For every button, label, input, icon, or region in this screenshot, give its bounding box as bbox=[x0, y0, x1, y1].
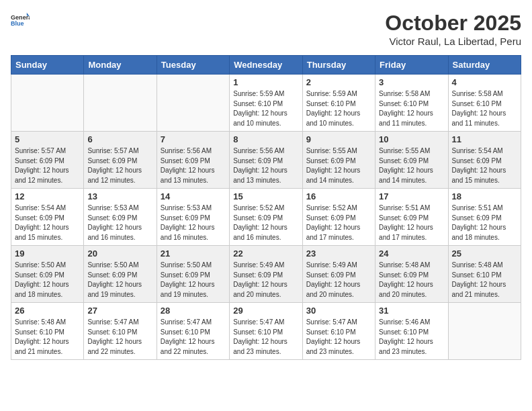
day-info: Sunrise: 5:56 AM Sunset: 6:09 PM Dayligh… bbox=[161, 146, 226, 185]
day-info: Sunrise: 5:54 AM Sunset: 6:09 PM Dayligh… bbox=[15, 203, 80, 242]
calendar-cell: 18Sunrise: 5:51 AM Sunset: 6:09 PM Dayli… bbox=[448, 189, 521, 246]
calendar-week-row: 12Sunrise: 5:54 AM Sunset: 6:09 PM Dayli… bbox=[11, 189, 521, 246]
day-info: Sunrise: 5:55 AM Sunset: 6:09 PM Dayligh… bbox=[379, 146, 444, 185]
calendar-week-row: 5Sunrise: 5:57 AM Sunset: 6:09 PM Daylig… bbox=[11, 132, 521, 189]
day-number: 15 bbox=[233, 191, 298, 201]
calendar-cell: 30Sunrise: 5:47 AM Sunset: 6:10 PM Dayli… bbox=[302, 303, 375, 360]
calendar-cell: 12Sunrise: 5:54 AM Sunset: 6:09 PM Dayli… bbox=[11, 189, 84, 246]
calendar-cell: 17Sunrise: 5:51 AM Sunset: 6:09 PM Dayli… bbox=[375, 189, 448, 246]
day-info: Sunrise: 5:49 AM Sunset: 6:09 PM Dayligh… bbox=[233, 261, 298, 300]
calendar-cell bbox=[448, 303, 521, 360]
day-info: Sunrise: 5:55 AM Sunset: 6:09 PM Dayligh… bbox=[306, 146, 371, 185]
logo: General Blue bbox=[11, 11, 30, 30]
calendar-cell: 1Sunrise: 5:59 AM Sunset: 6:10 PM Daylig… bbox=[230, 75, 302, 132]
day-info: Sunrise: 5:46 AM Sunset: 6:10 PM Dayligh… bbox=[379, 318, 444, 357]
day-info: Sunrise: 5:58 AM Sunset: 6:10 PM Dayligh… bbox=[379, 89, 444, 128]
calendar-header-row: SundayMondayTuesdayWednesdayThursdayFrid… bbox=[11, 56, 521, 75]
calendar-cell: 28Sunrise: 5:47 AM Sunset: 6:10 PM Dayli… bbox=[157, 303, 229, 360]
calendar-cell: 19Sunrise: 5:50 AM Sunset: 6:09 PM Dayli… bbox=[11, 246, 84, 303]
day-number: 27 bbox=[87, 306, 152, 316]
day-number: 31 bbox=[379, 306, 444, 316]
header-sunday: Sunday bbox=[11, 56, 84, 75]
calendar-cell: 22Sunrise: 5:49 AM Sunset: 6:09 PM Dayli… bbox=[230, 246, 302, 303]
calendar-cell: 13Sunrise: 5:53 AM Sunset: 6:09 PM Dayli… bbox=[84, 189, 157, 246]
calendar-cell: 26Sunrise: 5:48 AM Sunset: 6:10 PM Dayli… bbox=[11, 303, 84, 360]
day-number: 28 bbox=[161, 306, 226, 316]
day-info: Sunrise: 5:52 AM Sunset: 6:09 PM Dayligh… bbox=[233, 203, 298, 242]
day-number: 7 bbox=[161, 134, 226, 144]
day-info: Sunrise: 5:51 AM Sunset: 6:09 PM Dayligh… bbox=[452, 203, 517, 242]
calendar-cell: 10Sunrise: 5:55 AM Sunset: 6:09 PM Dayli… bbox=[375, 132, 448, 189]
svg-text:Blue: Blue bbox=[11, 20, 24, 27]
calendar-cell: 8Sunrise: 5:56 AM Sunset: 6:09 PM Daylig… bbox=[230, 132, 302, 189]
calendar-cell: 9Sunrise: 5:55 AM Sunset: 6:09 PM Daylig… bbox=[302, 132, 375, 189]
day-number: 16 bbox=[306, 191, 371, 201]
header-saturday: Saturday bbox=[448, 56, 521, 75]
calendar-cell: 23Sunrise: 5:49 AM Sunset: 6:09 PM Dayli… bbox=[302, 246, 375, 303]
day-number: 22 bbox=[233, 248, 298, 259]
day-number: 1 bbox=[233, 77, 298, 87]
calendar-cell bbox=[84, 75, 157, 132]
logo-icon: General Blue bbox=[11, 11, 30, 30]
day-info: Sunrise: 5:47 AM Sunset: 6:10 PM Dayligh… bbox=[87, 318, 152, 357]
day-info: Sunrise: 5:53 AM Sunset: 6:09 PM Dayligh… bbox=[87, 203, 152, 242]
day-number: 17 bbox=[379, 191, 444, 201]
day-info: Sunrise: 5:47 AM Sunset: 6:10 PM Dayligh… bbox=[233, 318, 298, 357]
day-number: 18 bbox=[452, 191, 517, 201]
calendar-cell: 14Sunrise: 5:53 AM Sunset: 6:09 PM Dayli… bbox=[157, 189, 229, 246]
day-number: 2 bbox=[306, 77, 371, 87]
main-title: October 2025 bbox=[385, 11, 521, 36]
day-number: 26 bbox=[15, 306, 80, 316]
calendar-cell: 7Sunrise: 5:56 AM Sunset: 6:09 PM Daylig… bbox=[157, 132, 229, 189]
calendar-cell: 2Sunrise: 5:59 AM Sunset: 6:10 PM Daylig… bbox=[302, 75, 375, 132]
day-number: 5 bbox=[15, 134, 80, 144]
calendar-week-row: 1Sunrise: 5:59 AM Sunset: 6:10 PM Daylig… bbox=[11, 75, 521, 132]
day-info: Sunrise: 5:48 AM Sunset: 6:09 PM Dayligh… bbox=[379, 261, 444, 300]
calendar-cell: 5Sunrise: 5:57 AM Sunset: 6:09 PM Daylig… bbox=[11, 132, 84, 189]
header-monday: Monday bbox=[84, 56, 157, 75]
day-info: Sunrise: 5:47 AM Sunset: 6:10 PM Dayligh… bbox=[161, 318, 226, 357]
header-thursday: Thursday bbox=[302, 56, 375, 75]
subtitle: Victor Raul, La Libertad, Peru bbox=[385, 36, 521, 47]
day-number: 25 bbox=[452, 248, 517, 259]
calendar-cell: 3Sunrise: 5:58 AM Sunset: 6:10 PM Daylig… bbox=[375, 75, 448, 132]
day-number: 4 bbox=[452, 77, 517, 87]
calendar-cell: 21Sunrise: 5:50 AM Sunset: 6:09 PM Dayli… bbox=[157, 246, 229, 303]
day-number: 10 bbox=[379, 134, 444, 144]
day-number: 3 bbox=[379, 77, 444, 87]
day-number: 29 bbox=[233, 306, 298, 316]
day-number: 9 bbox=[306, 134, 371, 144]
day-info: Sunrise: 5:59 AM Sunset: 6:10 PM Dayligh… bbox=[306, 89, 371, 128]
day-number: 30 bbox=[306, 306, 371, 316]
day-info: Sunrise: 5:50 AM Sunset: 6:09 PM Dayligh… bbox=[87, 261, 152, 300]
day-info: Sunrise: 5:57 AM Sunset: 6:09 PM Dayligh… bbox=[15, 146, 80, 185]
calendar-week-row: 26Sunrise: 5:48 AM Sunset: 6:10 PM Dayli… bbox=[11, 303, 521, 360]
day-info: Sunrise: 5:48 AM Sunset: 6:10 PM Dayligh… bbox=[15, 318, 80, 357]
day-number: 11 bbox=[452, 134, 517, 144]
day-info: Sunrise: 5:59 AM Sunset: 6:10 PM Dayligh… bbox=[233, 89, 298, 128]
calendar-cell: 25Sunrise: 5:48 AM Sunset: 6:10 PM Dayli… bbox=[448, 246, 521, 303]
calendar-cell bbox=[157, 75, 229, 132]
day-info: Sunrise: 5:53 AM Sunset: 6:09 PM Dayligh… bbox=[161, 203, 226, 242]
calendar-cell: 16Sunrise: 5:52 AM Sunset: 6:09 PM Dayli… bbox=[302, 189, 375, 246]
calendar-cell: 29Sunrise: 5:47 AM Sunset: 6:10 PM Dayli… bbox=[230, 303, 302, 360]
calendar-cell: 20Sunrise: 5:50 AM Sunset: 6:09 PM Dayli… bbox=[84, 246, 157, 303]
day-info: Sunrise: 5:52 AM Sunset: 6:09 PM Dayligh… bbox=[306, 203, 371, 242]
calendar-cell: 6Sunrise: 5:57 AM Sunset: 6:09 PM Daylig… bbox=[84, 132, 157, 189]
day-info: Sunrise: 5:58 AM Sunset: 6:10 PM Dayligh… bbox=[452, 89, 517, 128]
header-wednesday: Wednesday bbox=[230, 56, 302, 75]
calendar-week-row: 19Sunrise: 5:50 AM Sunset: 6:09 PM Dayli… bbox=[11, 246, 521, 303]
day-number: 13 bbox=[87, 191, 152, 201]
day-info: Sunrise: 5:56 AM Sunset: 6:09 PM Dayligh… bbox=[233, 146, 298, 185]
title-area: October 2025 Victor Raul, La Libertad, P… bbox=[385, 11, 521, 47]
day-number: 8 bbox=[233, 134, 298, 144]
calendar-cell: 24Sunrise: 5:48 AM Sunset: 6:09 PM Dayli… bbox=[375, 246, 448, 303]
day-info: Sunrise: 5:47 AM Sunset: 6:10 PM Dayligh… bbox=[306, 318, 371, 357]
day-number: 12 bbox=[15, 191, 80, 201]
day-info: Sunrise: 5:51 AM Sunset: 6:09 PM Dayligh… bbox=[379, 203, 444, 242]
day-number: 24 bbox=[379, 248, 444, 259]
day-info: Sunrise: 5:49 AM Sunset: 6:09 PM Dayligh… bbox=[306, 261, 371, 300]
day-info: Sunrise: 5:48 AM Sunset: 6:10 PM Dayligh… bbox=[452, 261, 517, 300]
day-number: 20 bbox=[87, 248, 152, 259]
page-header: General Blue October 2025 Victor Raul, L… bbox=[11, 11, 521, 47]
